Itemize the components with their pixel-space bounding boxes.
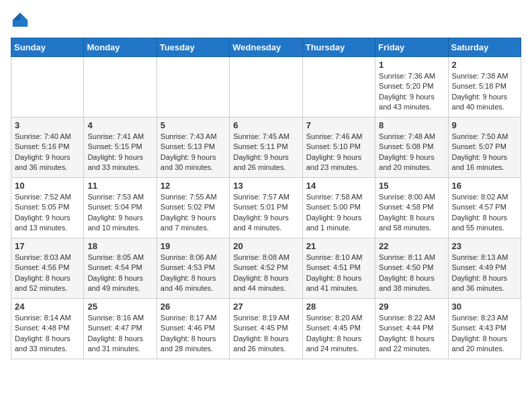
calendar-cell: 22Sunrise: 8:11 AM Sunset: 4:50 PM Dayli… xyxy=(375,238,448,299)
day-number: 19 xyxy=(161,241,226,251)
day-number: 3 xyxy=(15,120,80,130)
calendar-header-friday: Friday xyxy=(375,38,448,57)
day-number: 21 xyxy=(306,241,371,251)
day-number: 25 xyxy=(87,302,152,312)
calendar-header-row: SundayMondayTuesdayWednesdayThursdayFrid… xyxy=(11,38,521,57)
day-number: 16 xyxy=(452,181,517,191)
svg-rect-2 xyxy=(13,20,28,27)
day-info: Sunrise: 7:52 AM Sunset: 5:05 PM Dayligh… xyxy=(15,192,80,234)
calendar-header-sunday: Sunday xyxy=(11,38,84,57)
calendar-header-monday: Monday xyxy=(84,38,157,57)
day-info: Sunrise: 7:38 AM Sunset: 5:18 PM Dayligh… xyxy=(452,71,517,113)
day-info: Sunrise: 7:48 AM Sunset: 5:08 PM Dayligh… xyxy=(379,132,444,173)
calendar-week-1: 1Sunrise: 7:36 AM Sunset: 5:20 PM Daylig… xyxy=(11,57,521,118)
day-number: 27 xyxy=(233,302,298,312)
day-info: Sunrise: 7:41 AM Sunset: 5:15 PM Dayligh… xyxy=(87,132,152,173)
calendar-cell: 5Sunrise: 7:43 AM Sunset: 5:13 PM Daylig… xyxy=(157,118,229,178)
calendar-cell: 18Sunrise: 8:05 AM Sunset: 4:54 PM Dayli… xyxy=(84,238,157,299)
day-number: 24 xyxy=(15,302,80,312)
calendar-cell: 8Sunrise: 7:48 AM Sunset: 5:08 PM Daylig… xyxy=(375,118,448,178)
day-number: 13 xyxy=(233,181,298,191)
calendar-cell xyxy=(157,57,229,118)
day-info: Sunrise: 8:13 AM Sunset: 4:49 PM Dayligh… xyxy=(452,253,517,294)
calendar-week-4: 17Sunrise: 8:03 AM Sunset: 4:56 PM Dayli… xyxy=(11,238,521,299)
day-info: Sunrise: 8:11 AM Sunset: 4:50 PM Dayligh… xyxy=(379,253,444,294)
day-number: 2 xyxy=(452,60,517,70)
day-info: Sunrise: 8:02 AM Sunset: 4:57 PM Dayligh… xyxy=(452,192,517,234)
calendar-cell xyxy=(84,57,157,118)
day-info: Sunrise: 7:36 AM Sunset: 5:20 PM Dayligh… xyxy=(379,71,444,113)
calendar-cell: 29Sunrise: 8:22 AM Sunset: 4:44 PM Dayli… xyxy=(375,299,448,359)
day-info: Sunrise: 8:17 AM Sunset: 4:46 PM Dayligh… xyxy=(161,313,226,355)
calendar-cell: 23Sunrise: 8:13 AM Sunset: 4:49 PM Dayli… xyxy=(448,238,521,299)
day-info: Sunrise: 7:55 AM Sunset: 5:02 PM Dayligh… xyxy=(161,192,226,234)
calendar-cell: 3Sunrise: 7:40 AM Sunset: 5:16 PM Daylig… xyxy=(11,118,84,178)
day-info: Sunrise: 8:16 AM Sunset: 4:47 PM Dayligh… xyxy=(87,313,152,355)
calendar-cell: 13Sunrise: 7:57 AM Sunset: 5:01 PM Dayli… xyxy=(230,178,302,238)
calendar-cell: 25Sunrise: 8:16 AM Sunset: 4:47 PM Dayli… xyxy=(84,299,157,359)
day-number: 9 xyxy=(452,120,517,130)
calendar-header-thursday: Thursday xyxy=(302,38,375,57)
calendar-cell xyxy=(230,57,302,118)
day-number: 26 xyxy=(161,302,226,312)
day-number: 4 xyxy=(87,120,152,130)
calendar-cell: 20Sunrise: 8:08 AM Sunset: 4:52 PM Dayli… xyxy=(230,238,302,299)
day-info: Sunrise: 8:08 AM Sunset: 4:52 PM Dayligh… xyxy=(233,253,298,294)
calendar-cell: 9Sunrise: 7:50 AM Sunset: 5:07 PM Daylig… xyxy=(448,118,521,178)
calendar-cell: 19Sunrise: 8:06 AM Sunset: 4:53 PM Dayli… xyxy=(157,238,229,299)
calendar-cell: 24Sunrise: 8:14 AM Sunset: 4:48 PM Dayli… xyxy=(11,299,84,359)
day-info: Sunrise: 8:00 AM Sunset: 4:58 PM Dayligh… xyxy=(379,192,444,234)
day-info: Sunrise: 8:22 AM Sunset: 4:44 PM Dayligh… xyxy=(379,313,444,355)
calendar-cell: 2Sunrise: 7:38 AM Sunset: 5:18 PM Daylig… xyxy=(448,57,521,118)
day-info: Sunrise: 8:20 AM Sunset: 4:45 PM Dayligh… xyxy=(306,313,371,355)
header xyxy=(11,11,521,30)
logo xyxy=(11,11,32,30)
calendar-header-saturday: Saturday xyxy=(448,38,521,57)
day-number: 8 xyxy=(379,120,444,130)
calendar-cell: 27Sunrise: 8:19 AM Sunset: 4:45 PM Dayli… xyxy=(230,299,302,359)
calendar-week-2: 3Sunrise: 7:40 AM Sunset: 5:16 PM Daylig… xyxy=(11,118,521,178)
day-number: 23 xyxy=(452,241,517,251)
day-number: 18 xyxy=(87,241,152,251)
calendar-table: SundayMondayTuesdayWednesdayThursdayFrid… xyxy=(11,38,521,359)
day-number: 29 xyxy=(379,302,444,312)
day-number: 17 xyxy=(15,241,80,251)
calendar-cell: 12Sunrise: 7:55 AM Sunset: 5:02 PM Dayli… xyxy=(157,178,229,238)
day-info: Sunrise: 8:19 AM Sunset: 4:45 PM Dayligh… xyxy=(233,313,298,355)
day-info: Sunrise: 7:50 AM Sunset: 5:07 PM Dayligh… xyxy=(452,132,517,173)
day-info: Sunrise: 7:43 AM Sunset: 5:13 PM Dayligh… xyxy=(161,132,226,173)
day-number: 28 xyxy=(306,302,371,312)
day-info: Sunrise: 8:06 AM Sunset: 4:53 PM Dayligh… xyxy=(161,253,226,294)
day-number: 10 xyxy=(15,181,80,191)
calendar-cell: 4Sunrise: 7:41 AM Sunset: 5:15 PM Daylig… xyxy=(84,118,157,178)
calendar-cell: 6Sunrise: 7:45 AM Sunset: 5:11 PM Daylig… xyxy=(230,118,302,178)
day-number: 6 xyxy=(233,120,298,130)
logo-icon xyxy=(11,11,30,30)
day-info: Sunrise: 7:46 AM Sunset: 5:10 PM Dayligh… xyxy=(306,132,371,173)
calendar-cell: 21Sunrise: 8:10 AM Sunset: 4:51 PM Dayli… xyxy=(302,238,375,299)
day-number: 5 xyxy=(161,120,226,130)
day-info: Sunrise: 8:14 AM Sunset: 4:48 PM Dayligh… xyxy=(15,313,80,355)
day-number: 22 xyxy=(379,241,444,251)
day-number: 15 xyxy=(379,181,444,191)
day-number: 14 xyxy=(306,181,371,191)
day-number: 1 xyxy=(379,60,444,70)
calendar-cell: 7Sunrise: 7:46 AM Sunset: 5:10 PM Daylig… xyxy=(302,118,375,178)
calendar-cell: 11Sunrise: 7:53 AM Sunset: 5:04 PM Dayli… xyxy=(84,178,157,238)
day-info: Sunrise: 7:57 AM Sunset: 5:01 PM Dayligh… xyxy=(233,192,298,234)
svg-marker-1 xyxy=(13,13,20,20)
calendar-header-wednesday: Wednesday xyxy=(230,38,302,57)
day-number: 7 xyxy=(306,120,371,130)
calendar-cell: 30Sunrise: 8:23 AM Sunset: 4:43 PM Dayli… xyxy=(448,299,521,359)
day-number: 30 xyxy=(452,302,517,312)
calendar-cell: 26Sunrise: 8:17 AM Sunset: 4:46 PM Dayli… xyxy=(157,299,229,359)
day-info: Sunrise: 7:53 AM Sunset: 5:04 PM Dayligh… xyxy=(87,192,152,234)
day-info: Sunrise: 8:05 AM Sunset: 4:54 PM Dayligh… xyxy=(87,253,152,294)
day-info: Sunrise: 7:58 AM Sunset: 5:00 PM Dayligh… xyxy=(306,192,371,234)
calendar-cell xyxy=(302,57,375,118)
calendar-cell xyxy=(11,57,84,118)
day-number: 20 xyxy=(233,241,298,251)
day-info: Sunrise: 8:23 AM Sunset: 4:43 PM Dayligh… xyxy=(452,313,517,355)
calendar-cell: 15Sunrise: 8:00 AM Sunset: 4:58 PM Dayli… xyxy=(375,178,448,238)
day-info: Sunrise: 7:45 AM Sunset: 5:11 PM Dayligh… xyxy=(233,132,298,173)
